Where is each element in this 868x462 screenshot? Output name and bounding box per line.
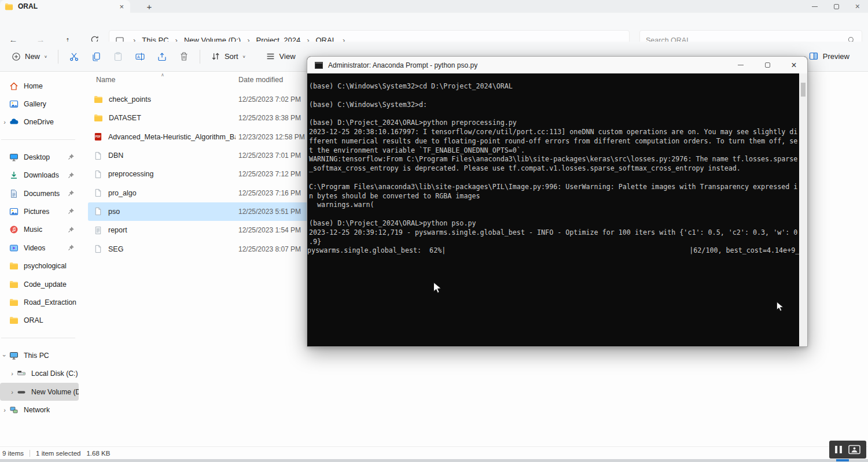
file-row-dbn[interactable]: DBN 12/25/2023 7:01 PM [88, 146, 333, 165]
sidebar-item-gallery[interactable]: Gallery [0, 95, 81, 113]
view-button[interactable]: View [260, 47, 301, 66]
file-row-pro-algo[interactable]: pro_algo 12/25/2023 7:16 PM [88, 183, 333, 202]
explorer-tab[interactable]: ORAL × [0, 0, 130, 13]
rename-button[interactable]: A [129, 47, 151, 66]
tree-chevron-icon[interactable]: › [0, 119, 9, 125]
tab-close-icon[interactable]: × [117, 2, 126, 11]
new-button-label: New [25, 52, 40, 61]
terminal-close-button[interactable]: × [781, 57, 807, 73]
new-button[interactable]: New ∨ [6, 47, 53, 66]
sidebar-item-road-extraction[interactable]: Road_Extraction [0, 293, 81, 311]
navigation-bar: ← → ↑ ›This PC›New Volume (D:)›Project_2… [0, 13, 868, 42]
sort-button-label: Sort [225, 52, 238, 61]
toolbar-divider [200, 50, 200, 64]
sidebar-divider [1, 338, 75, 338]
preview-button[interactable]: Preview [803, 46, 855, 66]
sidebar-item-videos[interactable]: Videos [0, 239, 81, 257]
terminal-titlebar[interactable]: Administrator: Anaconda Prompt - python … [307, 57, 807, 73]
pin-icon [68, 208, 74, 216]
pause-icon[interactable] [835, 446, 842, 453]
pictures-icon [9, 207, 19, 216]
svg-text:A: A [137, 54, 140, 58]
videos-icon [9, 243, 19, 253]
terminal-maximize-button[interactable] [754, 57, 781, 73]
file-row-check-points[interactable]: check_points 12/25/2023 7:02 PM [88, 90, 333, 109]
status-divider [30, 450, 30, 457]
svg-text:PDF: PDF [95, 136, 101, 139]
status-bar: 9 items 1 item selected 1.68 KB [0, 446, 868, 459]
tree-chevron-icon[interactable]: › [8, 370, 17, 377]
window-close-icon[interactable]: × [855, 2, 860, 10]
sidebar-item-psychological[interactable]: psychological [0, 257, 81, 275]
sidebar-item-this-pc[interactable]: › This PC [0, 346, 81, 364]
sidebar-item-network[interactable]: › Network [0, 401, 81, 419]
rename-icon: A [135, 51, 145, 62]
disk-icon [17, 369, 26, 378]
chevron-down-icon: ∨ [242, 54, 246, 58]
pdf-file-icon: PDF [94, 132, 102, 141]
sort-button[interactable]: Sort ∨ [205, 47, 252, 66]
sidebar-item-music[interactable]: Music [0, 221, 81, 239]
window-minimize-icon[interactable] [812, 6, 818, 7]
new-tab-button[interactable]: + [142, 0, 156, 13]
terminal-scrollbar-thumb[interactable] [801, 83, 806, 97]
progress-bar [446, 247, 689, 254]
sidebar-item-pictures[interactable]: Pictures [0, 202, 81, 220]
folder-icon [9, 261, 19, 271]
toolbar-divider [58, 50, 58, 64]
delete-button[interactable] [173, 47, 195, 66]
terminal-minimize-button[interactable] [727, 57, 754, 73]
desktop-icon [9, 153, 19, 162]
preview-panel-icon [808, 51, 819, 61]
sidebar-item-oral[interactable]: ORAL [0, 312, 81, 330]
file-file-icon [94, 151, 102, 160]
tree-chevron-icon[interactable]: › [8, 389, 17, 396]
sidebar-item-documents[interactable]: Documents [0, 184, 81, 202]
sidebar-item-desktop[interactable]: Desktop [0, 148, 81, 166]
folder-file-icon [94, 95, 103, 104]
column-header-name[interactable]: Name [96, 76, 115, 84]
picture-in-picture-icon[interactable] [848, 445, 860, 454]
anaconda-prompt-window[interactable]: Administrator: Anaconda Prompt - python … [307, 56, 808, 347]
file-file-icon [94, 189, 102, 197]
maximize-icon [765, 62, 770, 68]
cut-icon [69, 51, 79, 62]
file-row-dataset[interactable]: DATASET 12/25/2023 8:38 PM [88, 109, 333, 127]
tab-strip: ORAL × + × [0, 0, 868, 13]
terminal-body[interactable]: (base) C:\Windows\System32>cd D:\Project… [307, 73, 807, 346]
chevron-down-icon: ∨ [44, 54, 47, 58]
tree-chevron-icon[interactable]: › [0, 406, 9, 413]
folder-icon [5, 2, 13, 11]
column-headers: Name ∧ Date modified [88, 73, 331, 88]
sidebar-item-new-volume-d[interactable]: › New Volume (D:) [0, 383, 79, 401]
bottom-edge-strip [0, 459, 868, 462]
sidebar-item-code-update[interactable]: Code_update [0, 275, 81, 293]
file-row-preprocessing[interactable]: preprocessing 12/25/2023 7:12 PM [88, 165, 333, 183]
view-button-label: View [279, 52, 296, 61]
pin-icon [68, 245, 74, 253]
folder-icon [9, 298, 19, 307]
file-file-icon [94, 207, 102, 216]
copy-button[interactable] [85, 47, 107, 66]
tab-title: ORAL [18, 2, 113, 10]
sidebar-item-home[interactable]: Home [0, 77, 81, 95]
file-row-seg[interactable]: SEG 12/25/2023 8:07 PM [88, 239, 333, 258]
share-button[interactable] [151, 47, 173, 66]
window-restore-icon[interactable] [834, 4, 839, 9]
drive-icon [17, 387, 26, 397]
file-row-report[interactable]: report 12/25/2023 1:54 PM [88, 221, 333, 239]
tree-chevron-icon[interactable]: › [1, 351, 8, 360]
sidebar-item-local-disk-c[interactable]: › Local Disk (C:) [0, 364, 81, 382]
sidebar-item-downloads[interactable]: Downloads [0, 167, 81, 184]
cut-button[interactable] [63, 47, 85, 66]
terminal-output: (base) C:\Windows\System32>cd D:\Project… [307, 73, 807, 246]
terminal-scrollbar[interactable] [799, 73, 807, 346]
screen-recorder-overlay[interactable] [829, 441, 866, 459]
selection-count: 1 item selected [36, 450, 80, 457]
column-header-date-modified[interactable]: Date modified [238, 76, 283, 84]
gallery-icon [9, 99, 19, 109]
downloads-icon [9, 171, 19, 180]
file-row-pso[interactable]: pso 12/25/2023 5:51 PM [88, 202, 333, 221]
sidebar-item-onedrive[interactable]: › OneDrive [0, 113, 81, 131]
file-row-advanced-meta-heuristic-algorithm-bas[interactable]: PDF Advanced_Meta-Heuristic_Algorithm_Ba… [88, 128, 333, 146]
